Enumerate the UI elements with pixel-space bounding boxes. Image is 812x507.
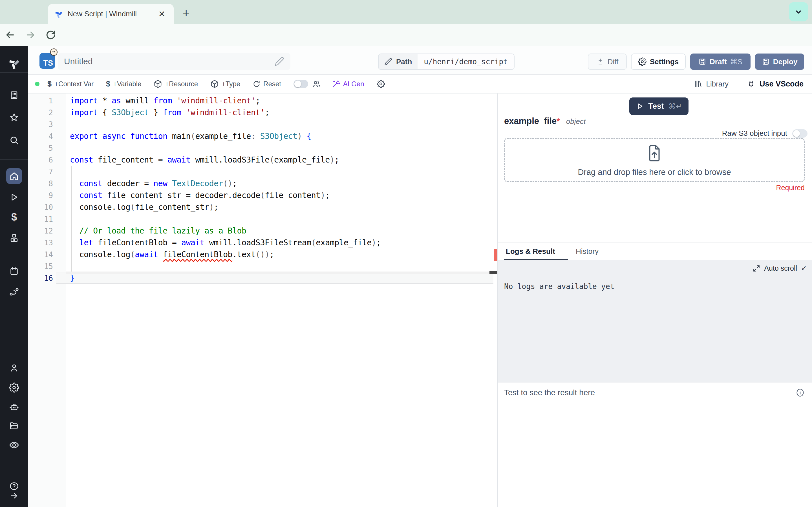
- raw-s3-toggle[interactable]: [792, 129, 808, 138]
- tab-title: New Script | Windmill: [68, 10, 156, 18]
- status-dot: [35, 82, 40, 86]
- code-editor[interactable]: 12345678910111213141516 import * as wmil…: [28, 94, 497, 507]
- line-number: 13: [28, 237, 53, 249]
- sidebar-item-search[interactable]: [9, 135, 19, 145]
- line-number: 1: [28, 95, 53, 107]
- sidebar-item-audit-logs[interactable]: [9, 440, 19, 450]
- sidebar-item-folders[interactable]: [9, 421, 19, 431]
- path-value[interactable]: u/henri/demo_script: [417, 54, 514, 69]
- browser-tab[interactable]: New Script | Windmill ✕: [48, 4, 174, 24]
- windmill-logo-icon[interactable]: [8, 57, 20, 69]
- sidebar-item-help[interactable]: [9, 482, 19, 491]
- forward-arrow-icon[interactable]: [20, 29, 41, 41]
- add-context-var-button[interactable]: $ +Context Var: [47, 80, 94, 89]
- draft-button[interactable]: Draft⌘S: [690, 54, 751, 70]
- info-icon[interactable]: [796, 388, 805, 397]
- new-tab-icon[interactable]: +: [183, 7, 190, 19]
- back-arrow-icon[interactable]: [0, 29, 20, 41]
- raw-s3-label: Raw S3 object input: [722, 129, 787, 138]
- gear-icon: [638, 57, 647, 66]
- code-line[interactable]: let fileContentBlob = await wmill.loadS3…: [70, 237, 381, 249]
- required-asterisk: *: [557, 116, 560, 126]
- horizontal-scrollbar-thumb[interactable]: [490, 271, 497, 274]
- code-line[interactable]: console.log(await fileContentBlob.text()…: [70, 249, 274, 261]
- editor-settings-gear-icon[interactable]: [377, 80, 385, 88]
- sidebar-item-home[interactable]: [9, 171, 19, 181]
- browser-chrome: New Script | Windmill ✕ + app.windmill.d…: [0, 0, 812, 46]
- code-line[interactable]: import { S3Object } from 'windmill-clien…: [70, 107, 269, 119]
- reset-button[interactable]: Reset: [253, 80, 281, 88]
- package-icon: [154, 80, 162, 88]
- code-line[interactable]: const file_content_str = decoder.decode(…: [70, 189, 330, 202]
- line-number: 7: [28, 166, 53, 178]
- windmill-favicon-icon: [54, 9, 63, 18]
- deploy-button[interactable]: Deploy: [755, 54, 804, 70]
- sidebar-divider: [0, 159, 28, 160]
- line-number: 12: [28, 225, 53, 237]
- sidebar-item-settings[interactable]: [9, 383, 19, 393]
- add-resource-button[interactable]: +Resource: [154, 80, 198, 88]
- bun-runtime-badge-icon: [50, 48, 57, 56]
- settings-button[interactable]: Settings: [631, 54, 686, 70]
- use-vscode-button[interactable]: Use VScode: [747, 79, 804, 89]
- sidebar-item-workspace[interactable]: [9, 91, 19, 100]
- tab-history[interactable]: History: [576, 247, 599, 256]
- library-button[interactable]: Library: [694, 80, 728, 89]
- browser-tab-strip: New Script | Windmill ✕ +: [0, 0, 812, 24]
- sidebar-item-resources[interactable]: [9, 233, 19, 243]
- path-label: Path: [396, 57, 412, 66]
- sidebar-item-user[interactable]: [9, 363, 19, 373]
- sidebar-expand-icon[interactable]: [10, 491, 18, 500]
- sidebar-item-flows[interactable]: [9, 287, 19, 297]
- tab-close-icon[interactable]: ✕: [156, 9, 167, 19]
- line-number: 8: [28, 178, 53, 189]
- horizontal-scrollbar-track[interactable]: [66, 272, 490, 274]
- expand-icon: [753, 265, 760, 272]
- add-variable-button[interactable]: $ +Variable: [106, 80, 141, 89]
- sidebar-item-runs[interactable]: [9, 192, 19, 202]
- diff-button[interactable]: Diff: [588, 54, 627, 70]
- code-line[interactable]: import * as wmill from 'windmill-client'…: [70, 95, 260, 107]
- sidebar: $: [0, 46, 28, 507]
- file-dropzone[interactable]: Drag and drop files here or click to bro…: [504, 138, 805, 182]
- sidebar-item-schedules[interactable]: [9, 267, 19, 276]
- reload-icon[interactable]: [41, 29, 61, 41]
- sidebar-item-workers[interactable]: [9, 402, 19, 412]
- users-icon: [312, 79, 321, 89]
- ai-gen-button[interactable]: AI Gen: [332, 80, 364, 88]
- chevron-down-icon[interactable]: [789, 2, 808, 21]
- file-upload-icon: [646, 144, 663, 163]
- code-line[interactable]: const decoder = new TextDecoder();: [70, 178, 237, 189]
- code-line[interactable]: }: [70, 272, 74, 284]
- multiplayer-toggle[interactable]: [294, 80, 308, 88]
- add-type-button[interactable]: +Type: [210, 80, 240, 88]
- result-placeholder: Test to see the result here: [504, 388, 595, 397]
- line-number: 16: [28, 272, 53, 284]
- autoscroll-control[interactable]: Auto scroll ✓: [753, 264, 807, 272]
- sidebar-item-favorites[interactable]: [9, 112, 19, 122]
- script-name-input[interactable]: Untitled: [58, 53, 290, 70]
- code-line[interactable]: console.log(file_content_str);: [70, 202, 218, 213]
- plug-icon: [747, 79, 756, 89]
- line-number: 4: [28, 130, 53, 142]
- line-number: 6: [28, 154, 53, 166]
- required-label: Required: [776, 184, 805, 192]
- package-icon: [210, 80, 219, 88]
- code-line[interactable]: // Or load the file lazily as a Blob: [70, 225, 246, 237]
- script-header: TS Untitled Path u/henri/demo_script Dif…: [28, 46, 812, 75]
- test-shortcut: ⌘↵: [668, 102, 682, 111]
- sidebar-item-variables[interactable]: $: [11, 211, 17, 223]
- logs-tab-bar: Logs & Result History: [498, 242, 812, 260]
- logs-panel: Auto scroll ✓ No logs are available yet: [498, 260, 812, 382]
- test-button[interactable]: Test ⌘↵: [629, 98, 689, 115]
- tab-logs-result[interactable]: Logs & Result: [506, 247, 555, 256]
- line-number: 15: [28, 261, 53, 272]
- edit-pencil-icon: [274, 57, 284, 66]
- argument-name: example_file: [504, 116, 557, 126]
- path-pencil-icon: [384, 58, 392, 66]
- code-line[interactable]: export async function main(example_file:…: [70, 130, 311, 142]
- path-group[interactable]: Path u/henri/demo_script: [378, 54, 515, 70]
- code-line[interactable]: const file_content = await wmill.loadS3F…: [70, 154, 339, 166]
- dollar-icon: $: [106, 80, 110, 89]
- line-number: 2: [28, 107, 53, 119]
